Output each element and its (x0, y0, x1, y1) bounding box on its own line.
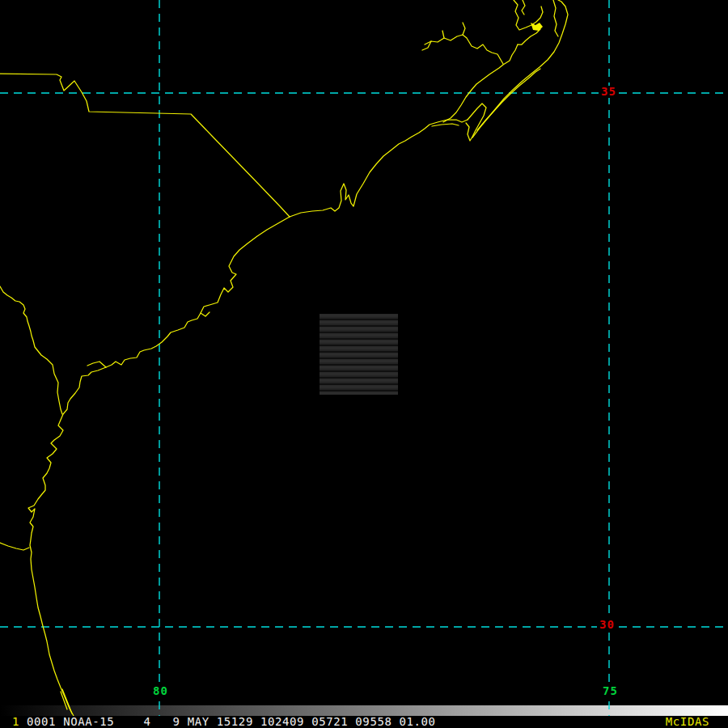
coastline-inlet-spur (201, 312, 210, 316)
coastline-neuse-shore (518, 29, 540, 44)
coastline-outer-banks-sound-side (477, 69, 540, 130)
lat-label-30: 30 (597, 619, 617, 631)
latlon-grid (0, 0, 728, 716)
mcidas-brand-label: McIDAS (666, 716, 728, 728)
coastline-estuary-spur-1 (463, 23, 465, 35)
status-bar: 10001 NOAA-15 4 9 MAY 15129 102409 05721… (0, 716, 728, 728)
lon-label-80: 80 (150, 685, 171, 697)
image-info-text: 0001 NOAA-15 4 9 MAY 15129 102409 05721 … (27, 715, 436, 728)
coastline-landmass-blob (531, 23, 543, 31)
lat-label-35: 35 (599, 86, 619, 98)
map-canvas[interactable] (0, 0, 728, 716)
coastline-pamlico-mainland (443, 44, 518, 122)
frame-number: 1 (12, 715, 27, 728)
coastline-estuary-spur-2 (442, 31, 444, 38)
coastline-inner-shore (0, 286, 62, 414)
coastline-state-border (0, 74, 290, 217)
coastline-albemarle-spur (522, 0, 525, 15)
coastline-cape-lookout (466, 104, 486, 141)
coastline-estuary-spur-3 (422, 41, 431, 50)
lon-label-75: 75 (600, 685, 620, 697)
coastline-overlay (0, 0, 568, 716)
coastline-charleston-river (87, 362, 106, 367)
coastline-banks-north-strand (553, 0, 558, 36)
coastline-river-west (0, 543, 29, 550)
coastline-north-carolina-south (290, 120, 468, 217)
coastline-outer-banks (472, 0, 568, 138)
coastline-pamlico-river (425, 35, 503, 64)
mcidas-image-display: 35 30 80 75 10001 NOAA-15 4 9 MAY 15129 … (0, 0, 728, 728)
status-left: 10001 NOAA-15 4 9 MAY 15129 102409 05721… (0, 716, 436, 728)
coastline-bogue-banks (432, 124, 459, 126)
